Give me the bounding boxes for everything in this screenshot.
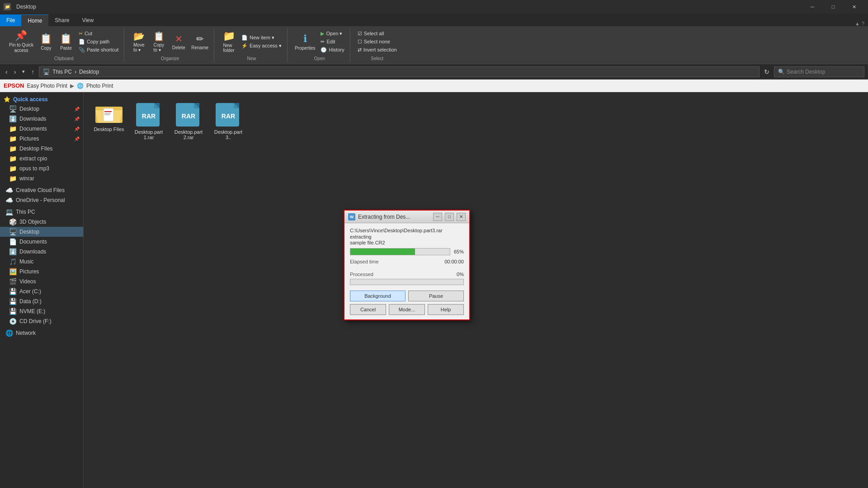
select-none-button[interactable]: ☐ Select none bbox=[356, 38, 399, 46]
sidebar-item-downloads-qa[interactable]: ⬇️ Downloads 📌 bbox=[0, 114, 83, 124]
sidebar-item-data-d[interactable]: 💾 Data (D:) bbox=[0, 296, 83, 306]
pin-to-quickaccess-button[interactable]: 📌 Pin to Quickaccess bbox=[7, 29, 35, 54]
opustomp3-icon: 📁 bbox=[9, 165, 17, 172]
new-item-button[interactable]: 📄 New item ▾ bbox=[240, 34, 283, 42]
sidebar-item-onedrive[interactable]: ☁️ OneDrive - Personal bbox=[0, 195, 83, 205]
selectall-icon: ☑ bbox=[358, 31, 362, 37]
documents-thispc-label: Documents bbox=[19, 239, 47, 245]
ribbon-group-new: 📁 Newfolder 📄 New item ▾ ⚡ Easy access ▾… bbox=[216, 28, 288, 62]
delete-button[interactable]: ✕ Delete bbox=[170, 33, 188, 51]
sidebar-item-acer-c[interactable]: 💾 Acer (C:) bbox=[0, 286, 83, 296]
easy-photo-print[interactable]: Easy Photo Print bbox=[27, 83, 67, 89]
search-box[interactable]: 🔍 Search Desktop bbox=[774, 66, 864, 77]
sidebar-item-documents-qa[interactable]: 📁 Documents 📌 bbox=[0, 124, 83, 134]
copy-to-button[interactable]: 📋 Copyto ▾ bbox=[150, 30, 168, 53]
rar2-icon: RAR bbox=[175, 102, 202, 127]
sidebar-item-network[interactable]: 🌐 Network bbox=[0, 328, 83, 338]
sidebar-item-desktop-thispc[interactable]: 🖥️ Desktop bbox=[0, 227, 83, 237]
paste-shortcut-button[interactable]: 📎 Paste shortcut bbox=[77, 46, 120, 54]
sidebar-item-pictures-qa[interactable]: 📁 Pictures 📌 bbox=[0, 134, 83, 144]
down-button[interactable]: ▾ bbox=[20, 68, 27, 75]
copy-path-button[interactable]: 📄 Copy path bbox=[77, 38, 120, 46]
history-button[interactable]: 🕒 History bbox=[319, 46, 346, 54]
sidebar-item-extractcpio[interactable]: 📁 extract cpio bbox=[0, 154, 83, 164]
sidebar-item-quickaccess[interactable]: ⭐ Quick access bbox=[0, 95, 83, 104]
invert-selection-button[interactable]: ⇄ Invert selection bbox=[356, 46, 399, 54]
file-item-part3[interactable]: RAR Desktop.part3.. bbox=[210, 99, 246, 143]
desktop-thispc-icon: 🖥️ bbox=[9, 228, 17, 235]
new-folder-button[interactable]: 📁 Newfolder bbox=[220, 29, 238, 54]
videos-label: Videos bbox=[19, 278, 36, 285]
sidebar-item-music[interactable]: 🎵 Music bbox=[0, 257, 83, 267]
downloads-thispc-icon: ⬇️ bbox=[9, 248, 17, 255]
edit-button[interactable]: ✏ Edit bbox=[319, 38, 346, 46]
dialog-btn-row-2: Cancel Mode... Help bbox=[350, 304, 464, 315]
cut-button[interactable]: ✂ Cut bbox=[77, 30, 120, 38]
sidebar-item-desktop-qa[interactable]: 🖥️ Desktop 📌 bbox=[0, 104, 83, 114]
new-buttons: 📁 Newfolder 📄 New item ▾ ⚡ Easy access ▾ bbox=[220, 29, 283, 54]
file-item-desktopfiles[interactable]: Desktop FIles bbox=[91, 99, 127, 143]
maximize-button[interactable]: □ bbox=[823, 0, 844, 14]
rename-button[interactable]: ✏ Rename bbox=[189, 33, 210, 51]
pin-label: Pin to Quickaccess bbox=[9, 42, 33, 53]
sidebar-item-thispc[interactable]: 💻 This PC bbox=[0, 207, 83, 217]
sidebar-item-creative-cloud[interactable]: ☁️ Creative Cloud Files bbox=[0, 185, 83, 195]
tab-view[interactable]: View bbox=[75, 14, 100, 26]
tab-file[interactable]: File bbox=[0, 14, 21, 26]
dialog-spacer1 bbox=[350, 266, 464, 272]
file-item-part1[interactable]: RAR Desktop.part1.rar bbox=[131, 99, 167, 143]
sidebar-item-opustomp3[interactable]: 📁 opus to mp3 bbox=[0, 164, 83, 174]
dialog-close-button[interactable]: ✕ bbox=[457, 213, 466, 221]
paste-button[interactable]: 📋 Paste bbox=[57, 32, 75, 52]
up-button[interactable]: ↑ bbox=[29, 67, 36, 76]
music-label: Music bbox=[19, 258, 33, 265]
main-layout: ⭐ Quick access 🖥️ Desktop 📌 ⬇️ Downloads… bbox=[0, 92, 868, 488]
path-part-thispc[interactable]: This PC bbox=[52, 69, 72, 75]
back-button[interactable]: ‹ bbox=[4, 67, 9, 76]
open-button[interactable]: ▶ Open ▾ bbox=[319, 30, 346, 38]
help-button[interactable]: Help bbox=[428, 304, 464, 315]
svg-text:RAR: RAR bbox=[182, 113, 195, 120]
select-all-button[interactable]: ☑ Select all bbox=[356, 30, 399, 38]
ribbon-content: 📌 Pin to Quickaccess 📋 Copy 📋 Paste ✂ Cu… bbox=[0, 26, 868, 64]
sidebar-item-desktopfiles-qa[interactable]: 📁 Desktop FIles bbox=[0, 144, 83, 154]
sidebar-item-documents-thispc[interactable]: 📄 Documents bbox=[0, 237, 83, 247]
downloads-thispc-label: Downloads bbox=[19, 249, 46, 255]
easy-access-button[interactable]: ⚡ Easy access ▾ bbox=[240, 42, 283, 50]
sidebar-item-pictures-thispc[interactable]: 🖼️ Pictures bbox=[0, 267, 83, 277]
dialog-maximize-button[interactable]: □ bbox=[445, 213, 454, 221]
file-item-part2[interactable]: RAR Desktop.part2.rar bbox=[170, 99, 207, 143]
move-to-button[interactable]: 📂 Moveto ▾ bbox=[130, 30, 148, 53]
photo-print[interactable]: Photo Print bbox=[86, 83, 113, 89]
dialog-minimize-button[interactable]: ─ bbox=[433, 213, 442, 221]
sidebar-item-videos[interactable]: 🎬 Videos bbox=[0, 277, 83, 286]
cancel-button[interactable]: Cancel bbox=[350, 304, 386, 315]
copy-button[interactable]: 📋 Copy bbox=[37, 32, 55, 52]
sidebar-item-3dobjects[interactable]: 🎲 3D Objects bbox=[0, 217, 83, 227]
pause-button[interactable]: Pause bbox=[408, 291, 464, 301]
tab-home[interactable]: Home bbox=[21, 14, 48, 26]
close-button[interactable]: ✕ bbox=[844, 0, 864, 14]
mode-button[interactable]: Mode... bbox=[389, 304, 425, 315]
desktop-qa-label: Desktop bbox=[19, 106, 39, 112]
forward-button[interactable]: › bbox=[12, 67, 18, 76]
background-button[interactable]: Background bbox=[350, 291, 406, 301]
path-part-desktop[interactable]: Desktop bbox=[79, 69, 99, 75]
tab-share[interactable]: Share bbox=[48, 14, 75, 26]
ribbon-group-organize: 📂 Moveto ▾ 📋 Copyto ▾ ✕ Delete ✏ Rename … bbox=[126, 28, 214, 62]
search-placeholder: Search Desktop bbox=[787, 69, 825, 75]
thispc-icon: 💻 bbox=[5, 208, 13, 216]
sidebar-item-cd-f[interactable]: 💿 CD Drive (F:) bbox=[0, 316, 83, 326]
documents-qa-icon: 📁 bbox=[9, 125, 17, 132]
address-path[interactable]: 🖥️ This PC › Desktop bbox=[39, 66, 760, 77]
pin-pictures: 📌 bbox=[74, 136, 80, 141]
sidebar-item-nvme-e[interactable]: 💾 NVME (E:) bbox=[0, 306, 83, 316]
refresh-button[interactable]: ↻ bbox=[762, 67, 771, 76]
ribbon-help[interactable]: ? bbox=[862, 21, 864, 26]
properties-button[interactable]: ℹ Properties bbox=[293, 32, 317, 52]
sidebar-item-downloads-thispc[interactable]: ⬇️ Downloads bbox=[0, 247, 83, 257]
ribbon-collapse[interactable]: ▲ bbox=[855, 21, 860, 26]
sidebar-item-winrar[interactable]: 📁 winrar bbox=[0, 174, 83, 183]
winrar-label: winrar bbox=[19, 175, 34, 182]
minimize-button[interactable]: ─ bbox=[802, 0, 823, 14]
